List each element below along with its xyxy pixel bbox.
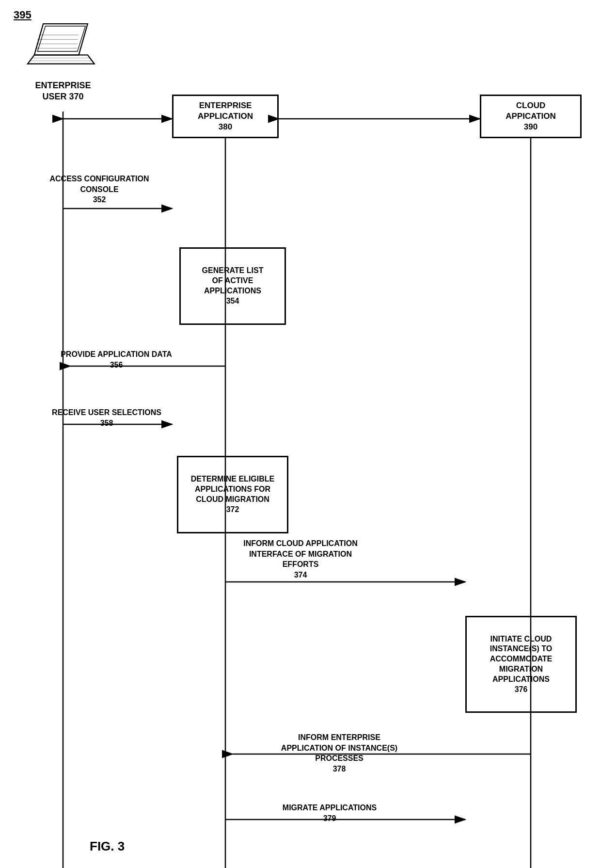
step-352-label: ACCESS CONFIGURATION CONSOLE 352 [39,174,160,205]
enterprise-user-label: ENTERPRISE USER 370 [24,80,102,103]
cloud-application-box: CLOUD APPICATION 390 [480,95,582,138]
step-376-box: INITIATE CLOUD INSTANCE(S) TO ACCOMMODAT… [465,616,577,713]
step-354-box: GENERATE LIST OF ACTIVE APPLICATIONS 354 [179,247,286,325]
step-378-label: INFORM ENTERPRISE APPLICATION OF INSTANC… [237,732,441,774]
step-374-label: INFORM CLOUD APPLICATION INTERFACE OF MI… [218,538,383,580]
figure-caption: FIG. 3 [90,839,125,854]
svg-marker-6 [28,55,95,64]
enterprise-application-box: ENTERPRISE APPLICATION 380 [172,95,279,138]
step-356-label: PROVIDE APPLICATION DATA 356 [48,349,184,370]
step-379-label: MIGRATE APPLICATIONS 379 [237,803,422,823]
step-372-box: DETERMINE ELIGIBLE APPLICATIONS FOR CLOU… [177,456,288,533]
diagram-container: 395 ENTERPRISE USER 370 ENTERPRISE [0,0,601,868]
laptop-icon [27,19,104,78]
svg-marker-1 [37,26,85,51]
step-358-label: RECEIVE USER SELECTIONS 358 [39,407,174,428]
